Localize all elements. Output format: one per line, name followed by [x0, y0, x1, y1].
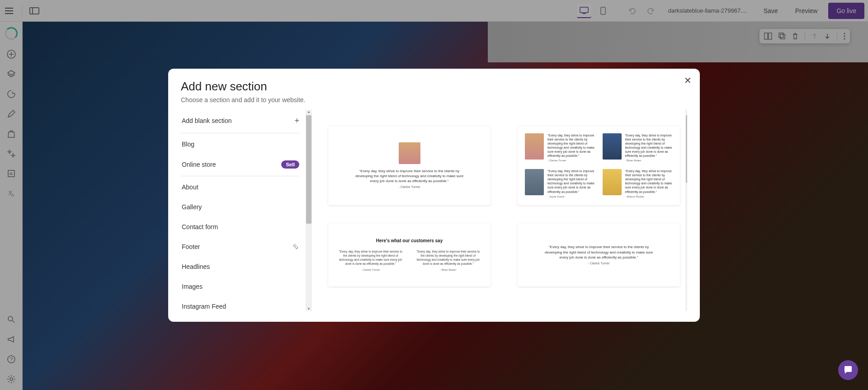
category-label: Gallery — [182, 203, 202, 211]
template-previews: "Every day, they strive to improve their… — [317, 110, 687, 311]
category-instagram[interactable]: Instagram Feed — [181, 296, 300, 311]
template-quote: "Every day, they strive to improve their… — [415, 249, 482, 266]
template-author: - Clarice Turner — [337, 268, 404, 271]
link-icon — [292, 243, 299, 250]
category-store[interactable]: Online store Sell — [181, 154, 300, 175]
sell-badge: Sell — [281, 160, 299, 169]
template-quote: "Every day, they strive to improve their… — [547, 169, 595, 194]
avatar — [525, 169, 544, 195]
modal-subtitle: Choose a section and add it to your webs… — [181, 96, 687, 103]
template-quote: "Every day, they strive to improve their… — [355, 169, 464, 184]
template-quote: "Every day, they strive to improve their… — [625, 133, 673, 158]
category-footer[interactable]: Footer — [181, 237, 300, 257]
category-blank[interactable]: Add blank section + — [181, 110, 300, 132]
template-grid-testimonials[interactable]: "Every day, they strive to improve their… — [518, 126, 680, 205]
close-icon[interactable]: ✕ — [684, 75, 692, 86]
template-author: - Brian Moten — [625, 159, 673, 162]
category-scrollbar[interactable]: ▲ ▼ — [306, 110, 312, 311]
template-author: - Clarice Turner — [547, 159, 595, 162]
plus-icon: + — [294, 116, 299, 126]
avatar — [399, 142, 420, 164]
avatar — [603, 169, 622, 195]
template-two-column-testimonials[interactable]: Here's what our customers say "Every day… — [328, 223, 491, 287]
category-label: Add blank section — [182, 117, 232, 124]
template-author: - Sharon Roddy — [625, 195, 673, 198]
category-about[interactable]: About — [181, 177, 300, 197]
category-images[interactable]: Images — [181, 277, 300, 296]
category-contact[interactable]: Contact form — [181, 217, 300, 237]
category-list: Add blank section + Blog Online store Se… — [181, 110, 300, 311]
template-quote: "Every day, they strive to improve their… — [337, 249, 404, 266]
category-label: Headlines — [182, 263, 210, 270]
template-quote: "Every day, they strive to improve their… — [625, 169, 673, 194]
preview-scrollbar[interactable]: ▲ ▼ — [685, 110, 687, 311]
template-single-testimonial[interactable]: "Every day, they strive to improve their… — [328, 126, 491, 205]
category-gallery[interactable]: Gallery — [181, 197, 300, 217]
template-author: - Clarice Turner — [588, 262, 609, 265]
category-label: Footer — [182, 243, 200, 250]
template-quote: "Every day, they strive to improve their… — [545, 244, 653, 260]
scrollbar-thumb[interactable] — [306, 115, 311, 224]
category-label: Images — [182, 283, 203, 290]
chat-bubble-icon[interactable] — [838, 360, 858, 380]
template-heading: Here's what our customers say — [376, 238, 443, 243]
category-label: Contact form — [182, 223, 218, 230]
category-label: Instagram Feed — [182, 303, 226, 310]
modal-title: Add new section — [181, 80, 687, 94]
template-centered-quote[interactable]: "Every day, they strive to improve their… — [518, 223, 680, 287]
add-section-modal: ✕ Add new section Choose a section and a… — [168, 69, 700, 322]
category-blog[interactable]: Blog — [181, 134, 300, 154]
template-quote: "Every day, they strive to improve their… — [547, 133, 595, 158]
avatar — [603, 133, 622, 160]
avatar — [525, 133, 544, 160]
category-label: Blog — [182, 141, 194, 148]
scrollbar-thumb[interactable] — [686, 115, 687, 183]
template-author: - Joyce Gould — [547, 195, 595, 198]
template-author: - Clarice Turner — [398, 185, 420, 188]
template-author: - Brian Moten — [415, 268, 482, 271]
category-headlines[interactable]: Headlines — [181, 257, 300, 277]
modal-overlay[interactable]: ✕ Add new section Choose a section and a… — [0, 0, 868, 390]
category-label: About — [182, 183, 198, 191]
category-label: Online store — [182, 161, 216, 168]
